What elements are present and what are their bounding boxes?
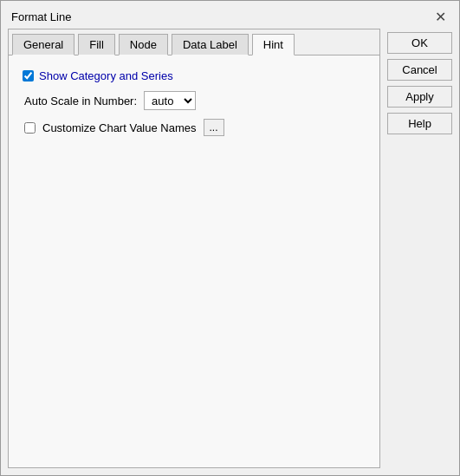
show-category-checkbox[interactable]	[23, 70, 34, 82]
customize-label[interactable]: Customize Chart Value Names	[42, 121, 197, 134]
tabs-bar: General Fill Node Data Label Hint	[9, 29, 379, 55]
main-area: General Fill Node Data Label Hint Show C…	[8, 29, 380, 468]
tab-fill[interactable]: Fill	[78, 34, 115, 55]
title-bar: Format Line ✕	[1, 1, 459, 29]
dialog-body: General Fill Node Data Label Hint Show C…	[1, 29, 459, 475]
cancel-button[interactable]: Cancel	[387, 59, 452, 81]
close-button[interactable]: ✕	[431, 8, 449, 25]
customize-row: Customize Chart Value Names ...	[23, 119, 366, 136]
tab-node[interactable]: Node	[119, 34, 168, 55]
show-category-row: Show Category and Series	[23, 69, 366, 82]
tab-data-label[interactable]: Data Label	[172, 34, 249, 55]
show-category-label[interactable]: Show Category and Series	[39, 69, 173, 82]
side-buttons: OK Cancel Apply Help	[380, 29, 452, 468]
tab-content-hint: Show Category and Series Auto Scale in N…	[9, 55, 379, 467]
dialog: Format Line ✕ General Fill Node Data Lab…	[0, 0, 460, 476]
auto-scale-row: Auto Scale in Number: auto 1 2 3	[23, 91, 366, 110]
dialog-title: Format Line	[11, 10, 71, 23]
tab-hint[interactable]: Hint	[252, 34, 295, 55]
customize-checkbox[interactable]	[24, 122, 36, 134]
tab-general[interactable]: General	[12, 34, 75, 55]
auto-scale-dropdown[interactable]: auto 1 2 3	[144, 91, 196, 110]
ok-button[interactable]: OK	[387, 32, 452, 54]
help-button[interactable]: Help	[387, 113, 452, 134]
auto-scale-label: Auto Scale in Number:	[24, 95, 137, 108]
apply-button[interactable]: Apply	[387, 86, 452, 108]
customize-ellipsis-button[interactable]: ...	[204, 119, 224, 136]
